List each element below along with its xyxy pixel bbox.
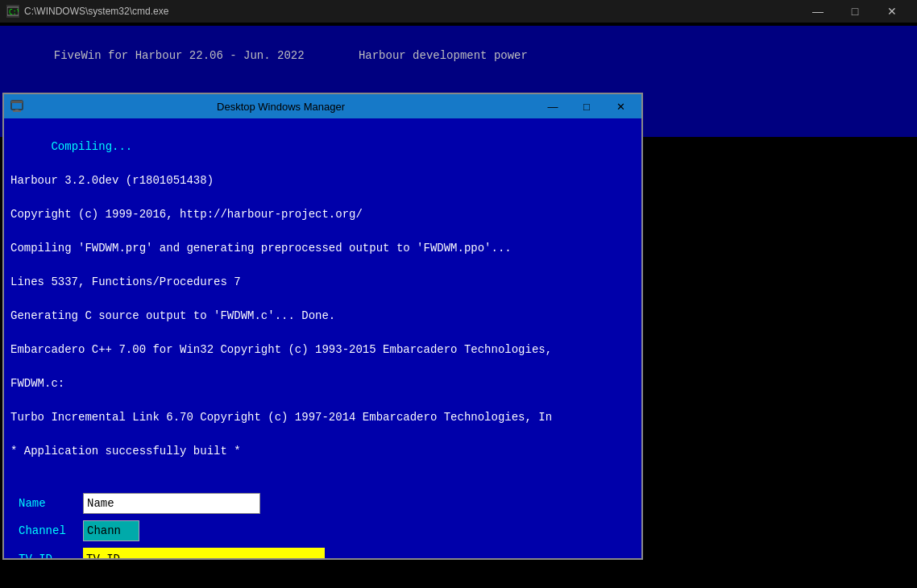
compile-line-0: Compiling... <box>51 140 132 153</box>
dwm-window: Desktop Windows Manager — □ ✕ Compiling.… <box>2 93 643 560</box>
compile-line-7: FWDWM.c: <box>10 377 64 390</box>
channel-label: Channel <box>19 524 75 537</box>
dwm-maximize-button[interactable]: □ <box>572 96 601 117</box>
cmd-maximize-button[interactable]: □ <box>836 0 873 23</box>
cmd-titlebar: C:\ C:\WINDOWS\system32\cmd.exe — □ ✕ <box>0 0 917 23</box>
dwm-titlebar: Desktop Windows Manager — □ ✕ <box>4 94 641 118</box>
compile-line-6: Embarcadero C++ 7.00 for Win32 Copyright… <box>10 343 552 356</box>
compile-line-4: Lines 5337, Functions/Procedures 7 <box>10 275 241 288</box>
compile-line-9: * Application successfully built * <box>10 445 241 458</box>
cmd-minimize-button[interactable]: — <box>799 0 836 23</box>
dwm-icon <box>10 100 23 113</box>
form-row-name: Name <box>19 493 635 514</box>
dwm-minimize-button[interactable]: — <box>538 96 567 117</box>
dwm-close-button[interactable]: ✕ <box>606 96 635 117</box>
cmd-header-line1: FiveWin for Harbour 22.06 - Jun. 2022 Ha… <box>34 49 528 62</box>
tvid-field[interactable]: TV ID <box>83 548 325 558</box>
cmd-icon: C:\ <box>6 5 19 18</box>
svg-rect-3 <box>11 101 23 103</box>
name-label: Name <box>19 497 75 510</box>
channel-input[interactable] <box>83 520 139 541</box>
svg-rect-4 <box>13 110 21 112</box>
compile-line-5: Generating C source output to 'FWDWM.c'.… <box>10 309 335 322</box>
form-row-channel: Channel <box>19 520 635 541</box>
svg-rect-5 <box>15 110 19 110</box>
compile-line-8: Turbo Incremental Link 6.70 Copyright (c… <box>10 411 552 424</box>
form-area: Name Channel TV ID TV ID Logo Logo URL <box>10 493 635 558</box>
form-row-tvid: TV ID TV ID <box>19 548 635 558</box>
dwm-body: Compiling... Harbour 3.2.0dev (r18010514… <box>4 118 641 558</box>
cmd-window-controls: — □ ✕ <box>799 0 911 23</box>
cmd-title: C:\WINDOWS\system32\cmd.exe <box>24 6 795 17</box>
dwm-title: Desktop Windows Manager <box>28 101 533 113</box>
svg-text:C:\: C:\ <box>9 9 19 16</box>
compile-output: Compiling... Harbour 3.2.0dev (r18010514… <box>10 122 635 477</box>
compile-line-2: Copyright (c) 1999-2016, http://harbour-… <box>10 208 363 221</box>
tvid-label: TV ID <box>19 553 75 558</box>
name-input[interactable] <box>83 493 260 514</box>
compile-line-1: Harbour 3.2.0dev (r1801051438) <box>10 174 214 187</box>
cmd-close-button[interactable]: ✕ <box>873 0 911 23</box>
compile-line-3: Compiling 'FWDWM.prg' and generating pre… <box>10 242 512 255</box>
